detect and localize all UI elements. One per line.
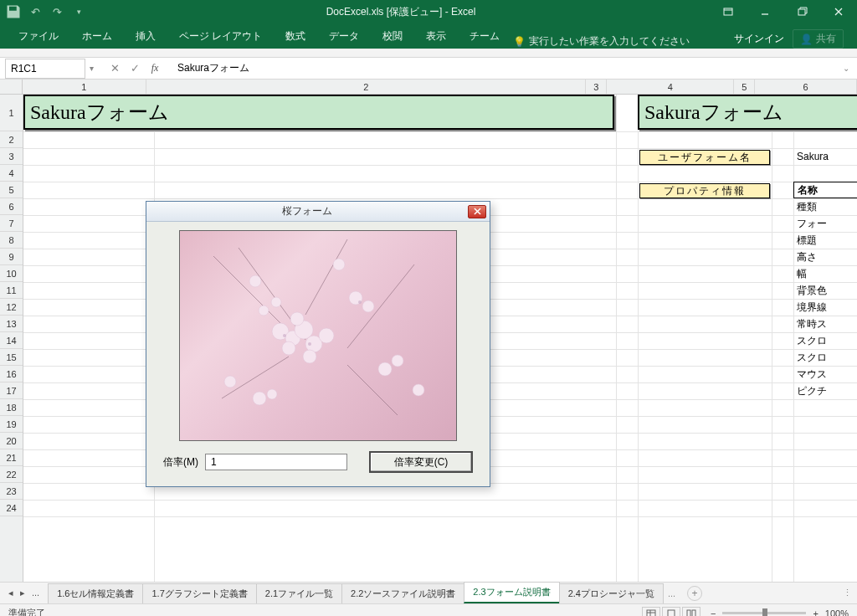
row-header[interactable]: 4 (0, 165, 23, 182)
cell-title-2[interactable]: Sakuraフォーム (638, 95, 857, 130)
sheet-tab-active[interactable]: 2.3フォーム説明書 (464, 582, 559, 603)
dialog-close-button[interactable] (468, 205, 486, 218)
col-header[interactable]: 5 (734, 80, 755, 94)
share-button[interactable]: 👤 共有 (793, 29, 844, 49)
qat-dropdown-icon[interactable]: ▾ (70, 3, 87, 20)
cell-prop[interactable]: 種類 (793, 198, 857, 215)
sheet-tab[interactable]: 1.7グラフシート定義書 (142, 583, 256, 603)
row-header[interactable]: 17 (0, 382, 23, 399)
row-header[interactable]: 6 (0, 198, 23, 215)
cell-prop[interactable]: スクロ (793, 332, 857, 349)
tab-pagelayout[interactable]: ページ レイアウト (169, 24, 272, 49)
cell-prop[interactable]: マウス (793, 366, 857, 382)
restore-icon[interactable] (783, 0, 820, 23)
row-header[interactable]: 9 (0, 249, 23, 265)
name-box[interactable]: R1C1 (5, 59, 85, 79)
col-header[interactable]: 1 (23, 80, 146, 94)
tab-review[interactable]: 校閲 (372, 24, 413, 49)
cell-prop[interactable]: フォー (793, 215, 857, 232)
sheet-tab[interactable]: 1.6セル情報定義書 (48, 583, 143, 603)
cancel-icon[interactable]: ✕ (105, 60, 124, 77)
tab-nav-more[interactable]: ... (32, 588, 39, 598)
formula-expand-icon[interactable]: ⌄ (840, 64, 852, 73)
zoom-slider[interactable] (722, 612, 806, 614)
zoom-in-icon[interactable]: + (813, 608, 818, 617)
col-header[interactable]: 4 (607, 80, 734, 94)
cell-prop[interactable]: 標題 (793, 232, 857, 249)
cell-col6-header[interactable]: 名称 (793, 182, 857, 198)
row-header[interactable]: 21 (0, 449, 23, 466)
cell-prop[interactable]: 常時ス (793, 316, 857, 332)
formula-input[interactable] (171, 59, 840, 79)
row-header[interactable]: 18 (0, 399, 23, 416)
zoom-out-icon[interactable]: − (711, 608, 716, 617)
cell-userform-value[interactable]: Sakura (793, 148, 857, 165)
sheet-tab[interactable]: 2.4プロシージャ一覧 (559, 583, 664, 603)
row-header[interactable]: 19 (0, 416, 23, 433)
close-icon[interactable] (820, 0, 857, 23)
tab-home[interactable]: ホーム (72, 24, 122, 49)
cell-property-label[interactable]: プロパティ情報 (639, 183, 770, 198)
save-icon[interactable] (5, 3, 22, 20)
tab-formulas[interactable]: 数式 (275, 24, 316, 49)
row-header[interactable]: 11 (0, 282, 23, 299)
row-header[interactable]: 15 (0, 349, 23, 366)
view-pagelayout-icon[interactable] (662, 607, 680, 617)
row-header[interactable]: 7 (0, 215, 23, 232)
cell-prop[interactable]: 境界線 (793, 299, 857, 316)
namebox-dropdown-icon[interactable]: ▾ (85, 64, 97, 73)
sheet-tab[interactable]: 2.1ファイル一覧 (256, 583, 342, 603)
row-header[interactable]: 12 (0, 299, 23, 316)
row-header[interactable]: 14 (0, 332, 23, 349)
row-header[interactable]: 20 (0, 433, 23, 449)
tab-file[interactable]: ファイル (8, 24, 69, 49)
col-header[interactable]: 3 (586, 80, 607, 94)
sheet-tab[interactable]: 2.2ソースファイル説明書 (341, 583, 464, 603)
minimize-icon[interactable] (747, 0, 783, 23)
cell-userform-label[interactable]: ユーザフォーム名 (639, 150, 770, 165)
tab-insert[interactable]: 挿入 (126, 24, 166, 49)
cell-prop[interactable]: 幅 (793, 265, 857, 282)
row-header[interactable]: 23 (0, 483, 23, 500)
row-header[interactable]: 5 (0, 182, 23, 198)
tab-data[interactable]: データ (319, 24, 369, 49)
ratio-input[interactable] (205, 454, 347, 470)
view-pagebreak-icon[interactable] (682, 607, 700, 617)
row-header[interactable]: 2 (0, 131, 23, 148)
cell-prop[interactable]: ピクチ (793, 382, 857, 399)
tab-nav-first-icon[interactable]: ◂ (8, 588, 13, 598)
row-header[interactable]: 3 (0, 148, 23, 165)
row-header[interactable]: 8 (0, 232, 23, 249)
tab-nav-prev-icon[interactable]: ▸ (20, 588, 25, 598)
row-header[interactable]: 16 (0, 366, 23, 382)
tellme-search[interactable]: 💡 実行したい作業を入力してください (513, 34, 690, 49)
row-header[interactable]: 13 (0, 316, 23, 332)
cell-prop[interactable]: スクロ (793, 349, 857, 366)
col-header[interactable]: 6 (755, 80, 857, 94)
tabstrip-resize-icon[interactable]: ⋮ (843, 588, 857, 598)
row-header[interactable]: 10 (0, 265, 23, 282)
tab-nav-more-right[interactable]: ... (663, 588, 680, 598)
undo-icon[interactable]: ↶ (27, 3, 44, 20)
row-header[interactable]: 1 (0, 95, 23, 131)
tab-view[interactable]: 表示 (416, 24, 456, 49)
cell-prop[interactable]: 高さ (793, 249, 857, 265)
sakura-dialog[interactable]: 桜フォーム (146, 201, 490, 487)
tab-team[interactable]: チーム (459, 24, 510, 49)
enter-icon[interactable]: ✓ (126, 60, 144, 77)
cell-title[interactable]: Sakuraフォーム (23, 95, 614, 130)
new-sheet-button[interactable]: + (687, 586, 702, 601)
zoom-level[interactable]: 100% (825, 608, 849, 617)
select-all-corner[interactable] (0, 80, 23, 94)
col-header[interactable]: 2 (146, 80, 586, 94)
signin-link[interactable]: サインイン (734, 32, 784, 46)
ribbon-options-icon[interactable] (710, 0, 747, 23)
redo-icon[interactable]: ↷ (49, 3, 65, 20)
dialog-titlebar[interactable]: 桜フォーム (146, 202, 490, 222)
row-header[interactable]: 22 (0, 466, 23, 483)
fx-icon[interactable]: fx (146, 60, 164, 77)
row-header[interactable]: 24 (0, 500, 23, 516)
ratio-change-button[interactable]: 倍率変更(C) (369, 451, 473, 473)
view-normal-icon[interactable] (642, 607, 660, 617)
cell-prop[interactable]: 背景色 (793, 282, 857, 299)
